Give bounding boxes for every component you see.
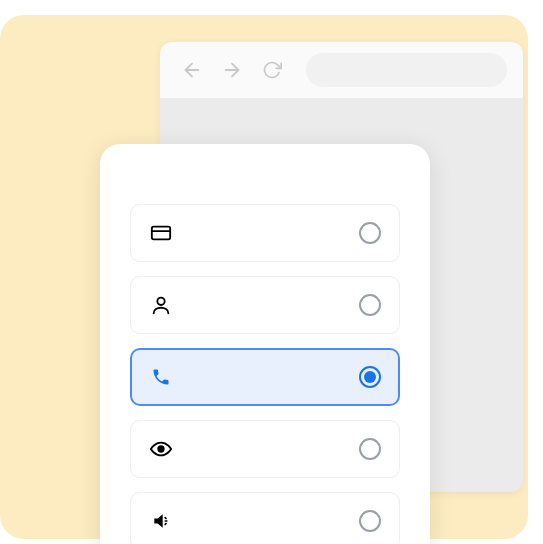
option-volume[interactable] — [130, 492, 400, 544]
svg-rect-2 — [152, 227, 170, 240]
radio-button[interactable] — [359, 294, 381, 316]
option-credit-card[interactable] — [130, 204, 400, 262]
forward-button[interactable] — [216, 54, 248, 86]
reload-button[interactable] — [256, 54, 288, 86]
radio-button[interactable] — [359, 366, 381, 388]
options-card — [100, 144, 430, 544]
arrow-left-icon — [181, 59, 203, 81]
svg-point-5 — [158, 446, 164, 452]
reload-icon — [262, 60, 282, 80]
svg-point-4 — [157, 298, 164, 305]
address-bar[interactable] — [306, 53, 507, 87]
volume-icon — [149, 509, 173, 533]
radio-button[interactable] — [359, 510, 381, 532]
credit-card-icon — [149, 221, 173, 245]
back-button[interactable] — [176, 54, 208, 86]
browser-toolbar — [160, 42, 523, 98]
person-icon — [149, 293, 173, 317]
arrow-right-icon — [221, 59, 243, 81]
option-person[interactable] — [130, 276, 400, 334]
option-visibility[interactable] — [130, 420, 400, 478]
phone-icon — [149, 365, 173, 389]
radio-button[interactable] — [359, 222, 381, 244]
option-phone[interactable] — [130, 348, 400, 406]
eye-icon — [149, 437, 173, 461]
radio-button[interactable] — [359, 438, 381, 460]
